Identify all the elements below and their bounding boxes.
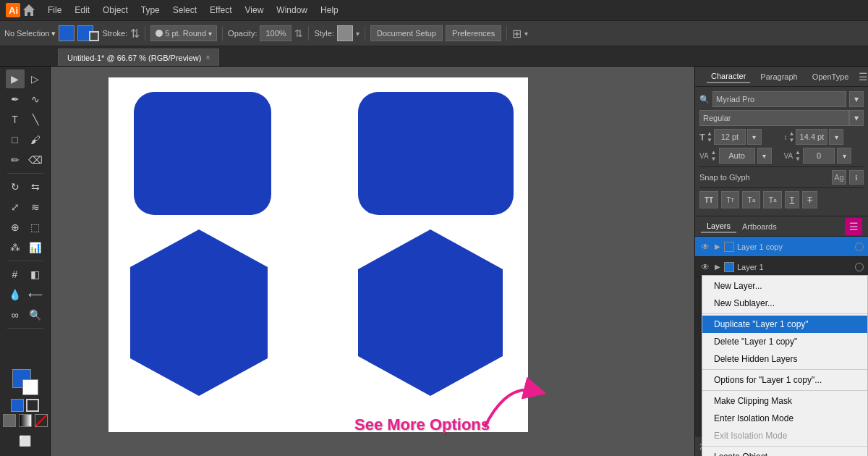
opacity-arrow[interactable]: ⇅ xyxy=(294,28,303,39)
background-color[interactable] xyxy=(22,379,38,395)
leading-input[interactable] xyxy=(796,129,827,145)
font-style-input[interactable] xyxy=(699,110,849,126)
ctx-duplicate[interactable]: Duplicate "Layer 1 copy" xyxy=(702,316,867,333)
tracking-down[interactable]: ▼ xyxy=(795,156,801,162)
visibility-icon-copy[interactable]: 👁 xyxy=(699,241,711,253)
artboard-tool[interactable]: ⬜ xyxy=(16,431,35,450)
underline-button[interactable]: T xyxy=(785,191,800,208)
menu-select[interactable]: Select xyxy=(167,3,203,17)
expand-icon-copy[interactable]: ▶ xyxy=(714,243,721,250)
tab-paragraph[interactable]: Paragraph xyxy=(756,71,801,83)
ctx-new-layer[interactable]: New Layer... xyxy=(702,277,867,295)
font-dropdown-arrow[interactable]: ▾ xyxy=(849,91,864,107)
gradient-tool[interactable]: ◧ xyxy=(26,265,45,284)
zoom-tool[interactable]: 🔍 xyxy=(26,305,45,324)
stroke-weight-control[interactable]: 5 pt. Round ▾ xyxy=(150,25,217,41)
tab-layers[interactable]: Layers xyxy=(701,220,736,233)
column-graph-tool[interactable]: 📊 xyxy=(26,238,45,257)
font-size-unit-arrow[interactable]: ▾ xyxy=(747,129,762,145)
rounded-rect-1[interactable] xyxy=(134,92,271,215)
reflect-tool[interactable]: ⇆ xyxy=(26,177,45,196)
all-caps-button[interactable]: TT xyxy=(699,191,718,208)
document-tab[interactable]: Untitled-1* @ 66.67 % (RGB/Preview) × xyxy=(58,48,219,66)
menu-file[interactable]: File xyxy=(42,3,67,17)
type-tool[interactable]: T xyxy=(6,110,25,129)
subscript-button[interactable]: Ta xyxy=(763,191,781,208)
leading-up[interactable]: ▲ xyxy=(789,130,795,137)
width-tool[interactable]: ⊕ xyxy=(6,218,25,237)
mesh-tool[interactable]: # xyxy=(6,265,25,284)
ctx-options[interactable]: Options for "Layer 1 copy"... xyxy=(702,371,867,389)
opacity-input[interactable] xyxy=(260,25,292,41)
rectangle-tool[interactable]: □ xyxy=(6,130,25,149)
blend-tool[interactable]: ∞ xyxy=(6,305,25,324)
measure-tool[interactable]: ⟵ xyxy=(26,285,45,304)
target-icon-1[interactable] xyxy=(855,263,864,271)
menu-help[interactable]: Help xyxy=(315,3,344,17)
menu-type[interactable]: Type xyxy=(135,3,166,17)
rotate-tool[interactable]: ↻ xyxy=(6,177,25,196)
free-transform-tool[interactable]: ⬚ xyxy=(26,218,45,237)
document-setup-button[interactable]: Document Setup xyxy=(370,25,443,41)
color-mode-icon[interactable] xyxy=(3,414,16,427)
ctx-delete-copy[interactable]: Delete "Layer 1 copy" xyxy=(702,333,867,350)
shape-top-right[interactable] xyxy=(358,92,514,215)
kerning-input[interactable] xyxy=(719,148,755,164)
menu-object[interactable]: Object xyxy=(97,3,134,17)
selection-tool[interactable]: ▶ xyxy=(6,69,25,88)
fill-box[interactable] xyxy=(11,399,24,412)
warp-tool[interactable]: ≋ xyxy=(26,198,45,216)
none-mode-icon[interactable] xyxy=(35,414,48,427)
style-swatch[interactable] xyxy=(337,25,353,41)
pencil-tool[interactable]: ✏ xyxy=(6,151,25,169)
tab-character[interactable]: Character xyxy=(707,70,750,83)
kerning-down[interactable]: ▼ xyxy=(711,156,717,162)
stroke-box[interactable] xyxy=(26,399,39,412)
kerning-arrow[interactable]: ▾ xyxy=(757,148,772,164)
scale-tool[interactable]: ⤢ xyxy=(6,198,25,216)
ctx-new-sublayer[interactable]: New Sublayer... xyxy=(702,295,867,312)
stroke-swatch[interactable] xyxy=(89,31,99,41)
symbol-sprayer-tool[interactable]: ⁂ xyxy=(6,238,25,257)
small-caps-button[interactable]: TT xyxy=(721,191,739,208)
stroke-arrows[interactable]: ⇅ xyxy=(130,27,140,41)
leading-down[interactable]: ▼ xyxy=(789,137,795,143)
ctx-clipping-mask[interactable]: Make Clipping Mask xyxy=(702,392,867,410)
direct-selection-tool[interactable]: ▷ xyxy=(26,69,45,88)
snap-icon-info[interactable]: ℹ xyxy=(849,170,864,185)
visibility-icon-1[interactable]: 👁 xyxy=(699,261,711,273)
home-icon[interactable] xyxy=(22,3,36,17)
menu-window[interactable]: Window xyxy=(271,3,313,17)
shape-bottom-left[interactable] xyxy=(123,226,275,402)
font-size-up[interactable]: ▲ xyxy=(707,130,712,137)
tab-opentype[interactable]: OpenType xyxy=(808,71,854,83)
tracking-arrow[interactable]: ▾ xyxy=(837,148,851,164)
tab-artboards[interactable]: Artboards xyxy=(736,221,783,232)
shape-top-left[interactable] xyxy=(134,92,271,215)
layer-item-1[interactable]: 👁 ▶ Layer 1 xyxy=(695,257,868,277)
character-panel-menu-icon[interactable]: ☰ xyxy=(859,71,868,83)
eraser-tool[interactable]: ⌫ xyxy=(26,151,45,169)
ctx-delete-hidden[interactable]: Delete Hidden Layers xyxy=(702,350,867,368)
preferences-button[interactable]: Preferences xyxy=(446,25,501,41)
menu-view[interactable]: View xyxy=(239,3,270,17)
line-tool[interactable]: ╲ xyxy=(26,110,45,129)
rounded-rect-2[interactable] xyxy=(358,92,514,215)
paintbrush-tool[interactable]: 🖌 xyxy=(26,130,45,149)
strikethrough-button[interactable]: T xyxy=(802,191,817,208)
eyedropper-tool[interactable]: 💧 xyxy=(6,285,25,304)
font-size-input[interactable] xyxy=(714,129,746,145)
layer-item-copy[interactable]: 👁 ▶ Layer 1 copy xyxy=(695,237,868,257)
fill-color-box[interactable] xyxy=(59,25,75,41)
kerning-up[interactable]: ▲ xyxy=(711,149,717,156)
style-dropdown-arrow[interactable]: ▾ xyxy=(849,110,864,126)
expand-icon-1[interactable]: ▶ xyxy=(714,263,721,271)
tab-close-button[interactable]: × xyxy=(205,54,210,62)
hexagon-1[interactable] xyxy=(123,226,275,400)
arrange-icon[interactable]: ⊞ xyxy=(512,27,522,41)
ctx-locate-object[interactable]: Locate Object xyxy=(702,448,867,456)
layers-panel-menu-button[interactable]: ☰ xyxy=(845,218,862,235)
font-size-down[interactable]: ▼ xyxy=(707,137,712,143)
target-icon-copy[interactable] xyxy=(855,242,864,251)
snap-icon-ag[interactable]: Ag xyxy=(832,170,846,185)
